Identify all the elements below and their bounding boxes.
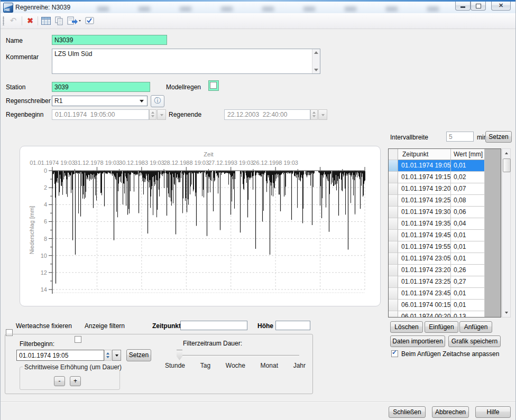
table-row[interactable]: 06.01.1974 00:150,01 xyxy=(389,300,501,311)
scroll-down-icon[interactable] xyxy=(314,69,318,71)
cell-zeitpunkt[interactable]: 01.01.1974 19:35 xyxy=(398,218,451,230)
filterbeginn-dropdown[interactable] xyxy=(112,350,121,361)
table-row[interactable]: 01.01.1974 23:050,01 xyxy=(389,253,501,265)
undo-button[interactable]: ↶ xyxy=(7,15,19,26)
scrollbar-down-button[interactable] xyxy=(502,309,510,317)
row-selector[interactable] xyxy=(389,207,398,218)
cell-zeitpunkt[interactable]: 01.01.1974 23:45 xyxy=(398,288,451,300)
row-selector[interactable] xyxy=(389,276,398,288)
cell-zeitpunkt[interactable]: 01.01.1974 23:20 xyxy=(398,265,451,276)
table-row[interactable]: 01.01.1974 19:450,01 xyxy=(389,230,501,241)
delete-series-button[interactable]: ✖ xyxy=(24,15,36,26)
cell-zeitpunkt[interactable]: 01.01.1974 19:55 xyxy=(398,241,451,253)
cell-wert[interactable]: 0,01 xyxy=(451,300,485,311)
station-input[interactable] xyxy=(52,82,150,92)
copy-button[interactable] xyxy=(53,15,65,26)
row-selector[interactable] xyxy=(389,160,398,172)
duration-option-stunde[interactable]: Stunde xyxy=(165,362,185,369)
filterbeginn-input[interactable] xyxy=(16,350,104,361)
duration-option-woche[interactable]: Woche xyxy=(226,362,245,369)
cell-wert[interactable]: 0,01 xyxy=(451,230,485,241)
row-selector[interactable] xyxy=(389,253,398,265)
table-row[interactable]: 01.01.1974 19:200,07 xyxy=(389,183,501,195)
kommentar-scrollbar[interactable] xyxy=(312,49,320,73)
cell-wert[interactable]: 0,07 xyxy=(451,183,485,195)
cell-wert[interactable]: 0,26 xyxy=(451,265,485,276)
step-minus-button[interactable]: - xyxy=(54,376,65,386)
einfuegen-button[interactable]: Einfügen xyxy=(425,321,458,333)
table-view-button[interactable] xyxy=(40,15,52,26)
zeitachse-anpassen-checkbox[interactable]: ✓ xyxy=(391,350,398,357)
table-row[interactable]: 01.01.1974 19:550,01 xyxy=(389,241,501,253)
table-row[interactable]: 01.01.1974 19:300,06 xyxy=(389,207,501,218)
regenschreiber-select[interactable]: R1 xyxy=(52,96,148,106)
zeitpunkt-field[interactable] xyxy=(180,321,247,330)
titlebar[interactable]: HE Regenreihe: N3039 ✕ xyxy=(1,2,516,14)
values-table[interactable]: Zeitpunkt Wert [mm] 01.01.1974 19:050,01… xyxy=(388,148,501,318)
cell-wert[interactable]: 0,08 xyxy=(451,195,485,207)
cell-zeitpunkt[interactable]: 06.01.1974 00:15 xyxy=(398,300,451,311)
duration-option-monat[interactable]: Monat xyxy=(261,362,278,369)
export-button[interactable] xyxy=(66,15,82,26)
toolbar-grip[interactable] xyxy=(3,16,4,25)
filter-setzen-button[interactable]: Setzen xyxy=(126,349,151,361)
row-selector[interactable] xyxy=(389,311,398,318)
row-selector[interactable] xyxy=(389,300,398,311)
cell-zeitpunkt[interactable]: 06.01.1974 00:20 xyxy=(398,311,451,318)
scrollbar-up-button[interactable] xyxy=(502,149,510,157)
column-header-wert[interactable]: Wert [mm] xyxy=(451,149,485,160)
cell-zeitpunkt[interactable]: 01.01.1974 23:05 xyxy=(398,253,451,265)
table-row[interactable]: 01.01.1974 23:250,27 xyxy=(389,276,501,288)
info-button[interactable]: ⓘ xyxy=(151,95,164,107)
duration-option-jahr[interactable]: Jahr xyxy=(293,362,306,369)
table-row[interactable]: 01.01.1974 19:350,04 xyxy=(389,218,501,230)
row-selector[interactable] xyxy=(389,218,398,230)
table-row[interactable]: 01.01.1974 19:250,08 xyxy=(389,195,501,207)
filterbeginn-spinner[interactable] xyxy=(104,350,112,361)
cell-wert[interactable]: 0,04 xyxy=(451,218,485,230)
scroll-up-icon[interactable] xyxy=(314,51,318,54)
rain-chart-panel[interactable]: ZeitNiederschlag [mm]01.01.1974 19:0331.… xyxy=(20,146,381,306)
cell-wert[interactable]: 0,01 xyxy=(451,253,485,265)
interval-setzen-button[interactable]: Setzen xyxy=(485,131,512,143)
table-row[interactable]: 01.01.1974 23:450,01 xyxy=(389,288,501,300)
row-selector[interactable] xyxy=(389,265,398,276)
cell-zeitpunkt[interactable]: 01.01.1974 19:05 xyxy=(398,160,451,172)
schliessen-button[interactable]: Schließen xyxy=(389,406,426,418)
cell-wert[interactable]: 0,02 xyxy=(451,172,485,183)
cell-zeitpunkt[interactable]: 01.01.1974 23:25 xyxy=(398,276,451,288)
cell-wert[interactable]: 0,01 xyxy=(451,160,485,172)
cell-wert[interactable]: 0,01 xyxy=(451,241,485,253)
daten-importieren-button[interactable]: Daten importieren xyxy=(390,335,445,347)
duration-option-tag[interactable]: Tag xyxy=(200,362,210,369)
row-selector[interactable] xyxy=(389,230,398,241)
kommentar-textarea[interactable]: LZS Ulm Süd xyxy=(52,49,320,74)
close-button[interactable]: ✕ xyxy=(491,2,511,11)
row-selector[interactable] xyxy=(389,195,398,207)
hilfe-button[interactable]: Hilfe xyxy=(475,406,511,418)
row-selector[interactable] xyxy=(389,241,398,253)
cell-zeitpunkt[interactable]: 01.01.1974 19:30 xyxy=(398,207,451,218)
abbrechen-button[interactable]: Abbrechen xyxy=(432,406,469,418)
rain-chart[interactable]: ZeitNiederschlag [mm]01.01.1974 19:0331.… xyxy=(20,146,379,305)
step-plus-button[interactable]: + xyxy=(70,376,81,386)
table-row[interactable]: 01.01.1974 23:200,26 xyxy=(389,265,501,276)
column-header-zeitpunkt[interactable]: Zeitpunkt xyxy=(398,149,451,160)
cell-wert[interactable]: 0,13 xyxy=(451,311,485,318)
row-selector[interactable] xyxy=(389,183,398,195)
name-input[interactable] xyxy=(52,35,167,45)
anfuegen-button[interactable]: Anfügen xyxy=(459,321,492,333)
restore-button[interactable] xyxy=(471,2,486,11)
cell-wert[interactable]: 0,06 xyxy=(451,207,485,218)
modellregen-checkbox[interactable] xyxy=(210,82,217,89)
row-selector[interactable] xyxy=(389,172,398,183)
cell-zeitpunkt[interactable]: 01.01.1974 19:15 xyxy=(398,172,451,183)
cell-zeitpunkt[interactable]: 01.01.1974 19:25 xyxy=(398,195,451,207)
intervallbreite-input[interactable] xyxy=(446,132,474,142)
table-row[interactable]: 01.01.1974 19:150,02 xyxy=(389,172,501,183)
minimize-button[interactable] xyxy=(455,2,471,11)
apply-check-button[interactable] xyxy=(84,15,96,26)
hoehe-field[interactable] xyxy=(275,321,310,330)
table-row[interactable]: 06.01.1974 00:200,13 xyxy=(389,311,501,318)
cell-zeitpunkt[interactable]: 01.01.1974 19:20 xyxy=(398,183,451,195)
